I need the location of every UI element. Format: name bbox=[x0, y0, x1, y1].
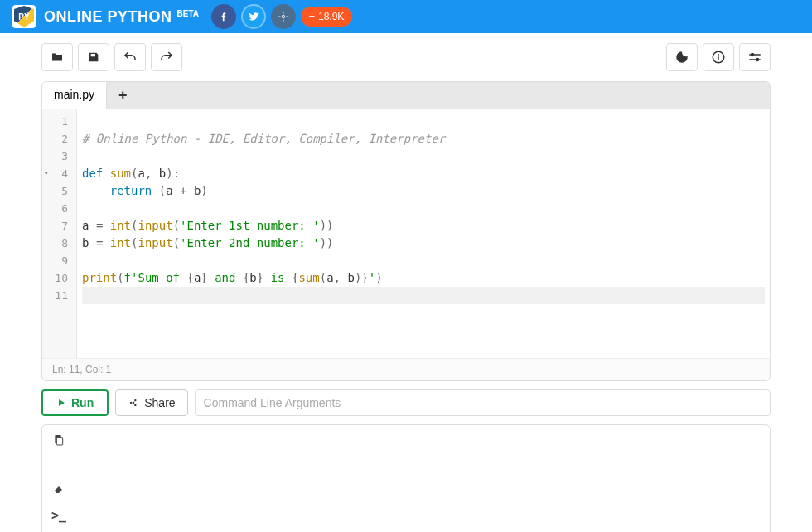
code-line: a = int(input('Enter 1st number: ')) bbox=[82, 217, 765, 235]
svg-rect-3 bbox=[718, 56, 719, 60]
code-line: return (a + b) bbox=[82, 182, 765, 200]
toolbar-right bbox=[666, 43, 771, 71]
save-icon bbox=[87, 51, 100, 64]
dark-mode-button[interactable] bbox=[666, 43, 698, 71]
undo-button[interactable] bbox=[114, 43, 146, 71]
share-button[interactable]: Share bbox=[115, 389, 187, 416]
line-number: 10 bbox=[42, 269, 76, 287]
share-count-value: 18.9K bbox=[318, 11, 344, 22]
editor-container: main.py + 1 2 3 4 5 6 7 8 9 10 11 # Onli… bbox=[41, 81, 771, 381]
tab-add-button[interactable]: + bbox=[107, 82, 139, 109]
run-button[interactable]: Run bbox=[41, 389, 109, 416]
undo-icon bbox=[123, 50, 138, 65]
code-line: b = int(input('Enter 2nd number: ')) bbox=[82, 235, 765, 252]
copy-icon bbox=[52, 433, 65, 447]
tab-main[interactable]: main.py bbox=[42, 82, 107, 109]
svg-point-5 bbox=[756, 59, 759, 61]
logo-text: PY bbox=[18, 12, 29, 22]
sliders-icon bbox=[747, 50, 762, 65]
play-icon bbox=[56, 398, 66, 408]
line-number: 7 bbox=[42, 217, 76, 235]
toolbar-left bbox=[41, 43, 182, 71]
toolbar bbox=[0, 33, 812, 81]
tab-bar: main.py + bbox=[42, 82, 770, 109]
console-tools: >_ bbox=[42, 425, 75, 532]
code-line: print(f'Sum of {a} and {b} is {sum(a, b)… bbox=[82, 269, 765, 287]
line-number: 11 bbox=[42, 287, 76, 304]
social-buttons: + 18.9K bbox=[211, 4, 352, 29]
svg-point-2 bbox=[718, 54, 719, 56]
code-line bbox=[82, 252, 765, 269]
code-line: def sum(a, b): bbox=[82, 165, 765, 182]
beta-badge: BETA bbox=[177, 9, 199, 18]
reddit-icon bbox=[278, 11, 289, 22]
info-icon bbox=[711, 50, 726, 65]
line-number: 2 bbox=[42, 130, 76, 148]
settings-button[interactable] bbox=[739, 43, 771, 71]
redo-icon bbox=[159, 50, 174, 65]
clear-button[interactable] bbox=[52, 483, 65, 496]
console-container: >_ bbox=[41, 424, 771, 532]
svg-point-4 bbox=[752, 54, 754, 56]
twitter-icon bbox=[248, 11, 259, 22]
run-label: Run bbox=[71, 396, 94, 409]
open-button[interactable] bbox=[41, 43, 73, 71]
console-output[interactable] bbox=[75, 425, 770, 532]
line-number: 8 bbox=[42, 235, 76, 252]
header-bar: PY ONLINE PYTHON BETA + 18.9K bbox=[0, 0, 812, 33]
code-line bbox=[82, 148, 765, 165]
save-button[interactable] bbox=[78, 43, 109, 71]
facebook-button[interactable] bbox=[211, 4, 236, 29]
site-title: ONLINE PYTHON bbox=[44, 8, 172, 26]
cursor-position: Ln: 11, Col: 1 bbox=[52, 364, 111, 375]
logo[interactable]: PY bbox=[12, 5, 36, 28]
code-area[interactable]: # Online Python - IDE, Editor, Compiler,… bbox=[77, 109, 770, 358]
terminal-button[interactable]: >_ bbox=[51, 508, 66, 523]
folder-open-icon bbox=[50, 50, 65, 65]
download-button[interactable] bbox=[52, 458, 65, 472]
eraser-icon bbox=[52, 483, 65, 496]
code-line bbox=[82, 113, 765, 130]
redo-button[interactable] bbox=[151, 43, 182, 71]
line-number: 5 bbox=[42, 182, 76, 200]
share-icon bbox=[128, 397, 139, 409]
status-bar: Ln: 11, Col: 1 bbox=[42, 358, 770, 380]
code-editor[interactable]: 1 2 3 4 5 6 7 8 9 10 11 # Online Python … bbox=[42, 109, 770, 358]
line-number: 4 bbox=[42, 165, 76, 182]
line-number: 9 bbox=[42, 252, 76, 269]
line-number: 1 bbox=[42, 113, 76, 130]
svg-point-0 bbox=[282, 15, 285, 18]
command-args-input[interactable] bbox=[195, 389, 771, 416]
plus-icon: + bbox=[309, 11, 315, 22]
gutter: 1 2 3 4 5 6 7 8 9 10 11 bbox=[42, 109, 77, 358]
reddit-button[interactable] bbox=[271, 4, 296, 29]
twitter-button[interactable] bbox=[241, 4, 266, 29]
download-icon bbox=[52, 458, 65, 472]
share-count-button[interactable]: + 18.9K bbox=[301, 7, 352, 27]
moon-icon bbox=[674, 50, 689, 65]
share-label: Share bbox=[144, 396, 175, 409]
info-button[interactable] bbox=[703, 43, 734, 71]
action-bar: Run Share bbox=[41, 389, 771, 416]
code-line: # Online Python - IDE, Editor, Compiler,… bbox=[82, 130, 765, 148]
line-number: 3 bbox=[42, 148, 76, 165]
facebook-icon bbox=[218, 11, 230, 22]
terminal-icon: >_ bbox=[51, 508, 66, 523]
code-line bbox=[82, 287, 765, 304]
line-number: 6 bbox=[42, 200, 76, 217]
code-line bbox=[82, 200, 765, 217]
svg-rect-7 bbox=[56, 438, 62, 445]
copy-button[interactable] bbox=[52, 433, 65, 447]
